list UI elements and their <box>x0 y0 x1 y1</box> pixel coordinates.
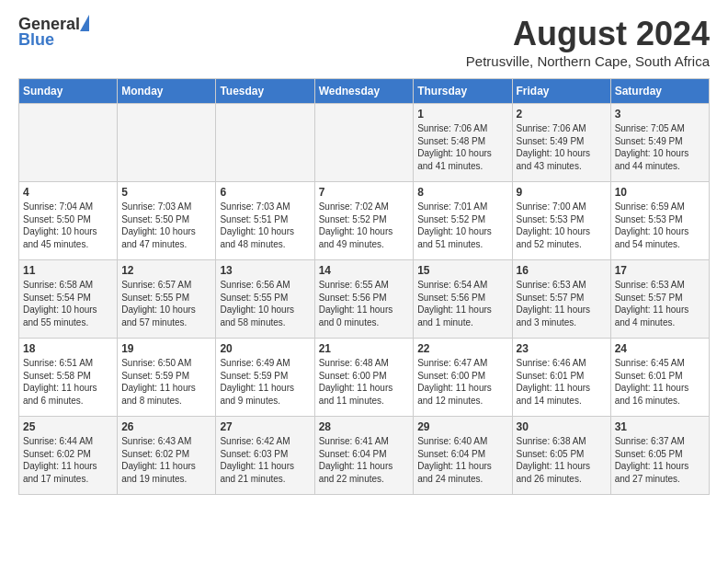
day-number: 7 <box>319 186 410 199</box>
day-info: Sunrise: 7:03 AM Sunset: 5:50 PM Dayligh… <box>121 201 211 250</box>
day-info: Sunrise: 7:06 AM Sunset: 5:48 PM Dayligh… <box>417 122 507 172</box>
month-title: August 2024 <box>466 15 710 53</box>
day-cell: 27Sunrise: 6:42 AM Sunset: 6:03 PM Dayli… <box>216 417 314 495</box>
day-number: 29 <box>417 420 507 433</box>
day-info: Sunrise: 6:57 AM Sunset: 5:55 PM Dayligh… <box>121 279 211 328</box>
day-number: 11 <box>23 264 113 277</box>
day-info: Sunrise: 6:59 AM Sunset: 5:53 PM Dayligh… <box>615 201 705 250</box>
day-cell: 2Sunrise: 7:06 AM Sunset: 5:49 PM Daylig… <box>512 104 610 182</box>
day-info: Sunrise: 6:43 AM Sunset: 6:02 PM Dayligh… <box>121 435 211 485</box>
day-cell: 10Sunrise: 6:59 AM Sunset: 5:53 PM Dayli… <box>610 182 709 260</box>
day-info: Sunrise: 7:02 AM Sunset: 5:52 PM Dayligh… <box>319 201 410 250</box>
title-area: August 2024 Petrusville, Northern Cape, … <box>466 15 710 69</box>
day-cell: 18Sunrise: 6:51 AM Sunset: 5:58 PM Dayli… <box>19 339 118 417</box>
day-info: Sunrise: 6:40 AM Sunset: 6:04 PM Dayligh… <box>417 435 507 485</box>
header-row: SundayMondayTuesdayWednesdayThursdayFrid… <box>19 79 710 104</box>
day-cell: 22Sunrise: 6:47 AM Sunset: 6:00 PM Dayli… <box>414 339 512 417</box>
day-info: Sunrise: 6:46 AM Sunset: 6:01 PM Dayligh… <box>517 357 607 407</box>
day-info: Sunrise: 6:58 AM Sunset: 5:54 PM Dayligh… <box>23 279 113 328</box>
location-subtitle: Petrusville, Northern Cape, South Africa <box>466 53 710 69</box>
day-cell <box>118 104 216 182</box>
day-number: 16 <box>517 264 607 277</box>
week-row-4: 18Sunrise: 6:51 AM Sunset: 5:58 PM Dayli… <box>19 339 710 417</box>
day-cell: 28Sunrise: 6:41 AM Sunset: 6:04 PM Dayli… <box>314 417 414 495</box>
day-number: 4 <box>23 186 113 199</box>
day-cell: 21Sunrise: 6:48 AM Sunset: 6:00 PM Dayli… <box>314 339 414 417</box>
day-info: Sunrise: 6:41 AM Sunset: 6:04 PM Dayligh… <box>319 435 410 485</box>
day-info: Sunrise: 6:37 AM Sunset: 6:05 PM Dayligh… <box>615 435 705 485</box>
day-cell: 5Sunrise: 7:03 AM Sunset: 5:50 PM Daylig… <box>118 182 216 260</box>
day-cell: 24Sunrise: 6:45 AM Sunset: 6:01 PM Dayli… <box>610 339 709 417</box>
calendar-table: SundayMondayTuesdayWednesdayThursdayFrid… <box>18 78 710 495</box>
header-cell-monday: Monday <box>118 79 216 104</box>
day-info: Sunrise: 6:38 AM Sunset: 6:05 PM Dayligh… <box>517 435 607 485</box>
calendar-header: SundayMondayTuesdayWednesdayThursdayFrid… <box>19 79 710 104</box>
day-number: 5 <box>121 186 211 199</box>
calendar-body: 1Sunrise: 7:06 AM Sunset: 5:48 PM Daylig… <box>19 104 710 495</box>
header-cell-saturday: Saturday <box>610 79 709 104</box>
day-number: 3 <box>615 108 705 121</box>
day-info: Sunrise: 6:42 AM Sunset: 6:03 PM Dayligh… <box>220 435 310 485</box>
day-cell: 31Sunrise: 6:37 AM Sunset: 6:05 PM Dayli… <box>610 417 709 495</box>
day-cell: 15Sunrise: 6:54 AM Sunset: 5:56 PM Dayli… <box>414 260 512 339</box>
day-number: 12 <box>121 264 211 277</box>
day-number: 20 <box>220 342 310 355</box>
day-info: Sunrise: 7:00 AM Sunset: 5:53 PM Dayligh… <box>517 201 607 250</box>
day-number: 27 <box>220 420 310 433</box>
day-cell: 12Sunrise: 6:57 AM Sunset: 5:55 PM Dayli… <box>118 260 216 339</box>
day-info: Sunrise: 7:06 AM Sunset: 5:49 PM Dayligh… <box>517 122 607 172</box>
day-number: 26 <box>121 420 211 433</box>
day-cell: 30Sunrise: 6:38 AM Sunset: 6:05 PM Dayli… <box>512 417 610 495</box>
day-cell: 8Sunrise: 7:01 AM Sunset: 5:52 PM Daylig… <box>414 182 512 260</box>
day-info: Sunrise: 6:51 AM Sunset: 5:58 PM Dayligh… <box>23 357 113 407</box>
day-cell: 13Sunrise: 6:56 AM Sunset: 5:55 PM Dayli… <box>216 260 314 339</box>
week-row-1: 1Sunrise: 7:06 AM Sunset: 5:48 PM Daylig… <box>19 104 710 182</box>
day-info: Sunrise: 6:49 AM Sunset: 5:59 PM Dayligh… <box>220 357 310 407</box>
day-number: 25 <box>23 420 113 433</box>
day-info: Sunrise: 6:45 AM Sunset: 6:01 PM Dayligh… <box>615 357 705 407</box>
day-cell: 20Sunrise: 6:49 AM Sunset: 5:59 PM Dayli… <box>216 339 314 417</box>
day-cell: 7Sunrise: 7:02 AM Sunset: 5:52 PM Daylig… <box>314 182 414 260</box>
day-info: Sunrise: 6:53 AM Sunset: 5:57 PM Dayligh… <box>517 279 607 328</box>
day-number: 6 <box>220 186 310 199</box>
day-info: Sunrise: 7:04 AM Sunset: 5:50 PM Dayligh… <box>23 201 113 250</box>
day-number: 1 <box>417 108 507 121</box>
header-cell-tuesday: Tuesday <box>216 79 314 104</box>
logo-triangle-icon <box>80 15 89 31</box>
week-row-5: 25Sunrise: 6:44 AM Sunset: 6:02 PM Dayli… <box>19 417 710 495</box>
day-number: 19 <box>121 342 211 355</box>
header-cell-friday: Friday <box>512 79 610 104</box>
header-cell-thursday: Thursday <box>414 79 512 104</box>
day-cell <box>216 104 314 182</box>
day-cell: 25Sunrise: 6:44 AM Sunset: 6:02 PM Dayli… <box>19 417 118 495</box>
day-cell: 6Sunrise: 7:03 AM Sunset: 5:51 PM Daylig… <box>216 182 314 260</box>
day-info: Sunrise: 7:05 AM Sunset: 5:49 PM Dayligh… <box>615 122 705 172</box>
day-number: 30 <box>517 420 607 433</box>
day-cell <box>314 104 414 182</box>
day-cell: 1Sunrise: 7:06 AM Sunset: 5:48 PM Daylig… <box>414 104 512 182</box>
day-cell: 26Sunrise: 6:43 AM Sunset: 6:02 PM Dayli… <box>118 417 216 495</box>
day-number: 28 <box>319 420 410 433</box>
day-number: 23 <box>517 342 607 355</box>
day-info: Sunrise: 6:56 AM Sunset: 5:55 PM Dayligh… <box>220 279 310 328</box>
week-row-2: 4Sunrise: 7:04 AM Sunset: 5:50 PM Daylig… <box>19 182 710 260</box>
day-info: Sunrise: 6:54 AM Sunset: 5:56 PM Dayligh… <box>417 279 507 328</box>
day-cell: 4Sunrise: 7:04 AM Sunset: 5:50 PM Daylig… <box>19 182 118 260</box>
day-cell: 14Sunrise: 6:55 AM Sunset: 5:56 PM Dayli… <box>314 260 414 339</box>
day-cell: 3Sunrise: 7:05 AM Sunset: 5:49 PM Daylig… <box>610 104 709 182</box>
day-cell: 17Sunrise: 6:53 AM Sunset: 5:57 PM Dayli… <box>610 260 709 339</box>
day-info: Sunrise: 7:01 AM Sunset: 5:52 PM Dayligh… <box>417 201 507 250</box>
day-info: Sunrise: 6:55 AM Sunset: 5:56 PM Dayligh… <box>319 279 410 328</box>
day-info: Sunrise: 7:03 AM Sunset: 5:51 PM Dayligh… <box>220 201 310 250</box>
header-cell-sunday: Sunday <box>19 79 118 104</box>
header-cell-wednesday: Wednesday <box>314 79 414 104</box>
day-info: Sunrise: 6:48 AM Sunset: 6:00 PM Dayligh… <box>319 357 410 407</box>
day-number: 10 <box>615 186 705 199</box>
week-row-3: 11Sunrise: 6:58 AM Sunset: 5:54 PM Dayli… <box>19 260 710 339</box>
day-cell: 9Sunrise: 7:00 AM Sunset: 5:53 PM Daylig… <box>512 182 610 260</box>
day-cell: 29Sunrise: 6:40 AM Sunset: 6:04 PM Dayli… <box>414 417 512 495</box>
day-number: 21 <box>319 342 410 355</box>
day-number: 31 <box>615 420 705 433</box>
day-info: Sunrise: 6:50 AM Sunset: 5:59 PM Dayligh… <box>121 357 211 407</box>
day-number: 22 <box>417 342 507 355</box>
